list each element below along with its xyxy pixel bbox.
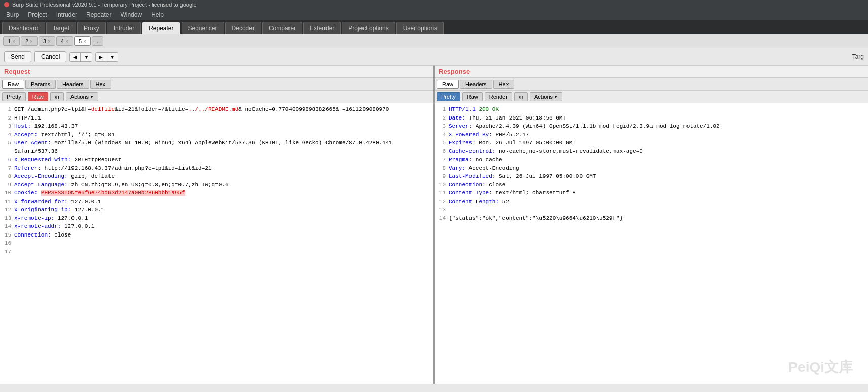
prev-button[interactable]: ◀ — [70, 53, 81, 61]
menu-bar: Burp Project Intruder Repeater Window He… — [0, 9, 868, 20]
code-line: 2 HTTP/1.1 — [3, 114, 430, 123]
request-tab-raw[interactable]: Raw — [2, 80, 24, 89]
code-line: 1 HTTP/1.1 200 OK — [438, 105, 865, 114]
repeater-tab-5[interactable]: 5 × — [74, 36, 91, 46]
code-line: 7 Pragma: no-cache — [438, 155, 865, 164]
code-line: 12 Content-Length: 52 — [438, 198, 865, 206]
repeater-tabs: 1 × 2 × 3 × 4 × 5 × ... — [0, 34, 868, 48]
menu-project[interactable]: Project — [24, 10, 51, 19]
response-tab-hex[interactable]: Hex — [493, 80, 515, 89]
next-button[interactable]: ▶ — [96, 53, 106, 61]
menu-window[interactable]: Window — [116, 10, 146, 19]
code-line: 16 — [3, 239, 430, 248]
tab-project-options[interactable]: Project options — [342, 22, 395, 34]
response-actions-label: Actions — [534, 94, 553, 100]
code-line: 17 — [3, 248, 430, 256]
prev-nav: ◀ ▼ — [69, 52, 92, 62]
repeater-tab-3-close[interactable]: × — [48, 38, 51, 44]
menu-intruder[interactable]: Intruder — [52, 10, 81, 19]
prev-dropdown[interactable]: ▼ — [81, 53, 92, 61]
response-tab-headers[interactable]: Headers — [460, 80, 492, 89]
code-line: Safari/537.36 — [3, 147, 430, 156]
tab-dashboard[interactable]: Dashboard — [2, 22, 45, 34]
repeater-tab-4-close[interactable]: × — [65, 38, 68, 44]
request-tab-headers[interactable]: Headers — [57, 80, 89, 89]
request-ln-tab[interactable]: \n — [50, 92, 64, 101]
repeater-tab-1[interactable]: 1 × — [3, 36, 20, 46]
code-line: 12 x-originating-ip: 127.0.0.1 — [3, 206, 430, 214]
tab-user-options[interactable]: User options — [396, 22, 444, 34]
next-dropdown[interactable]: ▼ — [106, 53, 118, 61]
response-render-tab[interactable]: Render — [485, 92, 512, 101]
repeater-tab-2-close[interactable]: × — [30, 38, 33, 44]
request-tab-params[interactable]: Params — [25, 80, 56, 89]
code-line: 9 Last-Modified: Sat, 26 Jul 1997 05:00:… — [438, 172, 865, 181]
repeater-tab-3-label: 3 — [43, 38, 46, 44]
response-title: Response — [435, 66, 868, 78]
repeater-tab-4[interactable]: 4 × — [56, 36, 73, 46]
tab-decoder[interactable]: Decoder — [225, 22, 261, 34]
code-line: 5 Expires: Mon, 26 Jul 1997 05:00:00 GMT — [438, 139, 865, 147]
repeater-tab-2-label: 2 — [25, 38, 28, 44]
response-actions-caret: ▼ — [554, 95, 558, 99]
repeater-tab-2[interactable]: 2 × — [21, 36, 38, 46]
request-pretty-tab[interactable]: Pretty — [2, 92, 26, 101]
next-nav: ▶ ▼ — [95, 52, 118, 62]
menu-help[interactable]: Help — [147, 10, 168, 19]
window-title: Burp Suite Professional v2020.9.1 - Temp… — [12, 2, 197, 8]
request-panel: Request Raw Params Headers Hex Pretty Ra… — [0, 66, 435, 384]
response-tab-raw[interactable]: Raw — [437, 80, 459, 89]
code-line: 8 Vary: Accept-Encoding — [438, 164, 865, 173]
repeater-tab-4-label: 4 — [61, 38, 64, 44]
request-sub-toolbar: Pretty Raw \n Actions ▼ — [0, 91, 433, 103]
response-sub-toolbar: Pretty Raw Render \n Actions ▼ — [435, 91, 868, 103]
code-line: 3 Host: 192.168.43.37 — [3, 122, 430, 131]
code-line: 13 x-remote-ip: 127.0.0.1 — [3, 214, 430, 223]
response-actions-button[interactable]: Actions ▼ — [530, 92, 562, 101]
code-line: 6 Cache-control: no-cache,no-store,must-… — [438, 147, 865, 156]
response-pretty-tab[interactable]: Pretty — [437, 92, 460, 101]
response-raw-tab[interactable]: Raw — [462, 92, 483, 101]
response-ln-tab[interactable]: \n — [514, 92, 528, 101]
code-line: 2 Date: Thu, 21 Jan 2021 06:18:56 GMT — [438, 114, 865, 123]
request-title: Request — [0, 66, 433, 78]
code-line: 7 Referer: http://192.168.43.37/admin.ph… — [3, 164, 430, 173]
nav-tabs: Dashboard Target Proxy Intruder Repeater… — [0, 20, 868, 34]
code-line: 14 x-remote-addr: 127.0.0.1 — [3, 222, 430, 231]
tab-extender[interactable]: Extender — [303, 22, 341, 34]
main-content: Request Raw Params Headers Hex Pretty Ra… — [0, 66, 868, 384]
tab-proxy[interactable]: Proxy — [77, 22, 106, 34]
send-button[interactable]: Send — [4, 51, 31, 62]
tab-sequencer[interactable]: Sequencer — [182, 22, 224, 34]
repeater-tab-3[interactable]: 3 × — [39, 36, 55, 46]
repeater-tab-1-label: 1 — [8, 38, 11, 44]
repeater-tab-5-close[interactable]: × — [83, 38, 86, 44]
response-code-area[interactable]: 1 HTTP/1.1 200 OK 2 Date: Thu, 21 Jan 20… — [435, 103, 868, 384]
tab-intruder[interactable]: Intruder — [107, 22, 141, 34]
tab-repeater[interactable]: Repeater — [142, 22, 180, 34]
request-raw-tab[interactable]: Raw — [28, 92, 48, 101]
repeater-tab-1-close[interactable]: × — [12, 38, 15, 44]
request-tab-hex[interactable]: Hex — [90, 80, 112, 89]
code-line: 10 Connection: close — [438, 181, 865, 189]
code-line: 4 X-Powered-By: PHP/5.2.17 — [438, 131, 865, 139]
tab-target[interactable]: Target — [46, 22, 76, 34]
title-bar: Burp Suite Professional v2020.9.1 - Temp… — [0, 0, 868, 9]
code-line: 5 User-Agent: Mozilla/5.0 (Windows NT 10… — [3, 139, 430, 147]
tab-comparer[interactable]: Comparer — [262, 22, 302, 34]
code-line: 4 Accept: text/html, */*; q=0.01 — [3, 131, 430, 139]
toolbar: Send Cancel ◀ ▼ ▶ ▼ Targ — [0, 48, 868, 66]
cancel-button[interactable]: Cancel — [34, 51, 66, 62]
window-icon — [4, 2, 9, 7]
target-label: Targ — [852, 53, 864, 60]
more-tabs-button[interactable]: ... — [92, 36, 103, 46]
code-line: 1 GET /admin.php?c=tpl&f=delfile&id=21&f… — [3, 105, 430, 114]
request-actions-button[interactable]: Actions ▼ — [66, 92, 98, 101]
code-line: 8 Accept-Encoding: gzip, deflate — [3, 172, 430, 181]
menu-repeater[interactable]: Repeater — [82, 10, 115, 19]
code-line: 10 Cookie: PHPSESSION=e6f6e74bd63d2147a0… — [3, 189, 430, 198]
menu-burp[interactable]: Burp — [2, 10, 23, 19]
repeater-tab-5-label: 5 — [79, 38, 82, 44]
request-actions-caret: ▼ — [90, 95, 94, 99]
request-code-area[interactable]: 1 GET /admin.php?c=tpl&f=delfile&id=21&f… — [0, 103, 433, 384]
